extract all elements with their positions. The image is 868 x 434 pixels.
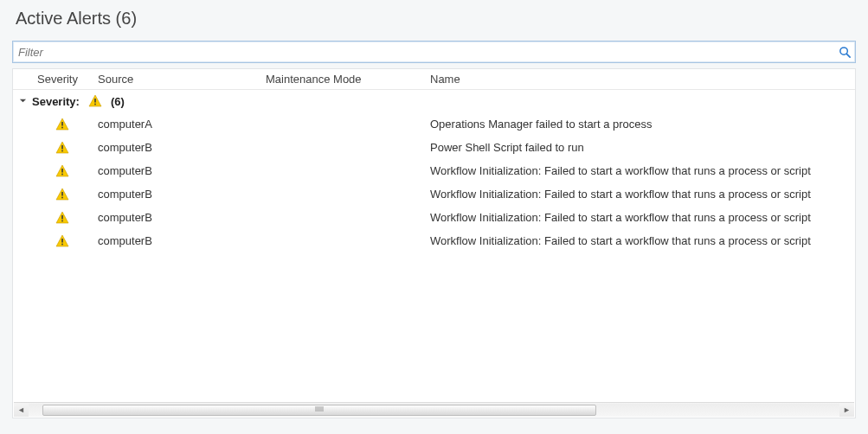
scroll-right-arrow[interactable]: ►	[839, 404, 854, 417]
group-expander[interactable]	[13, 97, 32, 106]
table-row[interactable]: computerAOperations Manager failed to st…	[13, 112, 855, 136]
svg-line-1	[846, 54, 850, 57]
search-button[interactable]	[834, 42, 855, 61]
warning-icon	[55, 234, 69, 248]
column-header-name[interactable]: Name	[425, 73, 855, 86]
svg-rect-13	[61, 220, 63, 221]
column-header-source[interactable]: Source	[93, 73, 260, 86]
source-cell: computerB	[93, 234, 260, 247]
name-cell: Workflow Initialization: Failed to start…	[425, 164, 855, 177]
svg-rect-15	[61, 243, 63, 245]
svg-rect-8	[61, 169, 63, 173]
table-row[interactable]: computerBPower Shell Script failed to ru…	[13, 136, 855, 159]
warning-icon	[55, 118, 69, 131]
svg-rect-6	[61, 145, 63, 150]
alerts-grid: Severity Source Maintenance Mode Name Se…	[12, 68, 856, 418]
page-title: Active Alerts (6)	[16, 9, 856, 29]
search-icon	[839, 46, 852, 59]
filter-input[interactable]	[13, 42, 834, 61]
warning-icon	[55, 188, 69, 201]
severity-cell	[32, 234, 93, 248]
active-alerts-panel: Active Alerts (6) Severity Source Mainte…	[0, 0, 868, 434]
page-title-count: (6)	[116, 9, 137, 28]
name-cell: Power Shell Script failed to run	[425, 141, 855, 154]
scroll-thumb[interactable]	[42, 405, 596, 416]
horizontal-scrollbar[interactable]: ◄ ►	[14, 402, 854, 417]
svg-rect-12	[61, 215, 63, 220]
svg-rect-9	[61, 173, 63, 175]
severity-cell	[32, 164, 93, 178]
svg-rect-2	[94, 99, 96, 103]
group-label: Severity:	[32, 95, 80, 108]
table-row[interactable]: computerBWorkflow Initialization: Failed…	[13, 159, 855, 182]
source-cell: computerB	[93, 141, 260, 154]
name-cell: Workflow Initialization: Failed to start…	[425, 188, 855, 201]
scroll-left-arrow[interactable]: ◄	[14, 404, 29, 417]
scroll-track[interactable]	[29, 404, 839, 417]
grid-viewport: Severity Source Maintenance Mode Name Se…	[13, 69, 855, 403]
table-row[interactable]: computerBWorkflow Initialization: Failed…	[13, 206, 855, 229]
svg-rect-4	[61, 122, 63, 126]
warning-icon	[88, 94, 102, 108]
name-cell: Operations Manager failed to start a pro…	[425, 118, 855, 131]
warning-icon	[55, 164, 69, 178]
svg-rect-3	[94, 104, 96, 105]
severity-cell	[32, 188, 93, 201]
source-cell: computerB	[93, 211, 260, 224]
table-row[interactable]: computerBWorkflow Initialization: Failed…	[13, 182, 855, 206]
warning-icon	[55, 141, 69, 155]
svg-rect-7	[61, 150, 63, 151]
rows-container: computerAOperations Manager failed to st…	[13, 112, 855, 252]
column-header-maintenance-mode[interactable]: Maintenance Mode	[260, 73, 425, 86]
group-count: (6)	[111, 95, 125, 108]
group-row-severity-warning[interactable]: Severity: (6)	[13, 90, 855, 112]
source-cell: computerB	[93, 164, 260, 177]
severity-cell	[32, 211, 93, 225]
svg-rect-14	[61, 239, 63, 243]
grid-header-row: Severity Source Maintenance Mode Name	[13, 69, 855, 90]
svg-rect-5	[61, 126, 63, 128]
chevron-down-icon	[19, 97, 27, 105]
table-row[interactable]: computerBWorkflow Initialization: Failed…	[13, 229, 855, 252]
source-cell: computerA	[93, 118, 260, 131]
svg-rect-11	[61, 196, 63, 198]
filter-box	[12, 41, 856, 63]
name-cell: Workflow Initialization: Failed to start…	[425, 211, 855, 224]
name-cell: Workflow Initialization: Failed to start…	[425, 234, 855, 247]
warning-icon	[55, 211, 69, 225]
svg-rect-10	[61, 192, 63, 196]
page-title-text: Active Alerts	[16, 9, 111, 28]
severity-cell	[32, 141, 93, 155]
source-cell: computerB	[93, 188, 260, 201]
severity-cell	[32, 118, 93, 131]
column-header-severity[interactable]: Severity	[32, 73, 93, 86]
